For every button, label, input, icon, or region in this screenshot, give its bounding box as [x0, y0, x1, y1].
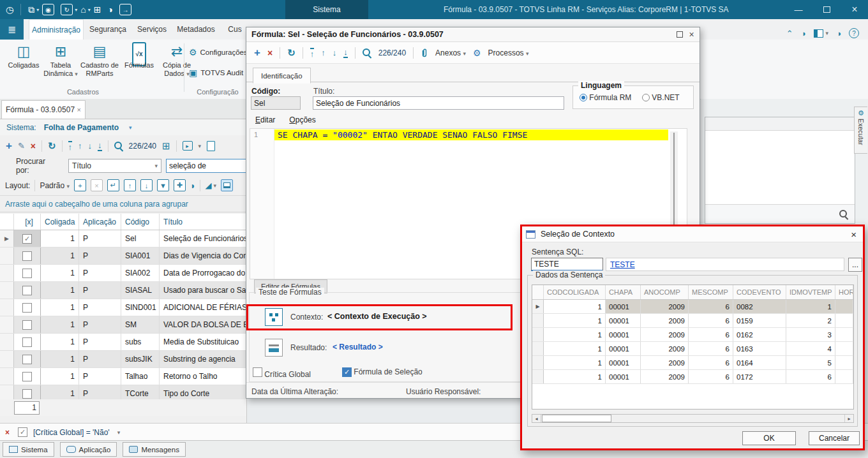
row-checkbox[interactable] — [22, 286, 32, 295]
chevron-down-icon[interactable]: ▾ — [88, 7, 91, 13]
go-previous-button[interactable]: ↑ — [321, 48, 326, 57]
row-checkbox-cell[interactable] — [14, 351, 41, 367]
row-checkbox[interactable] — [22, 389, 32, 399]
column-chooser-icon[interactable]: ⊞ — [162, 141, 170, 151]
row-checkbox-cell[interactable] — [14, 368, 41, 385]
home-icon[interactable]: ⌂ — [80, 5, 86, 14]
chevron-down-icon[interactable]: ▾ — [75, 7, 77, 13]
checkbox-critica-global[interactable]: Crítica Global — [253, 367, 311, 379]
table-row[interactable]: 1000012009601634 — [532, 342, 853, 356]
formula-window-titlebar[interactable]: Fórmula: Sel - Seleção de Funcionários -… — [246, 27, 700, 42]
ribbon-button-configuracoes[interactable]: ⚙ Configurações — [189, 47, 248, 57]
layout-panel-icon[interactable] — [814, 29, 823, 38]
close-dialog-button[interactable]: × — [851, 229, 857, 240]
header-checkbox[interactable]: [x] — [14, 214, 41, 230]
add-button[interactable]: + — [6, 140, 12, 151]
row-checkbox[interactable] — [22, 320, 32, 330]
ribbon-button-tabela-dinamica[interactable]: ⊞ Tabela Dinâmica ▾ — [42, 42, 79, 77]
tab-identificacao[interactable]: Identificação — [253, 68, 311, 84]
go-first-button[interactable]: ↑ — [68, 141, 73, 151]
group-by-bar[interactable]: Arraste aqui o cabeçalho de uma coluna p… — [0, 195, 246, 212]
chevron-down-icon[interactable]: ▾ — [117, 429, 121, 436]
status-tab-mensagens[interactable]: Mensagens — [123, 442, 185, 457]
menu-opcoes[interactable]: Opções — [289, 115, 315, 124]
chevron-down-icon[interactable]: ▾ — [129, 124, 132, 131]
go-next-button[interactable]: ↓ — [88, 142, 93, 150]
header-titulo[interactable]: Título — [160, 214, 246, 230]
page-number-box[interactable]: 1 — [14, 401, 40, 415]
row-checkbox-cell[interactable] — [14, 265, 41, 281]
search-icon[interactable] — [114, 142, 123, 151]
fill-icon[interactable]: ◗ — [190, 181, 195, 191]
table-row[interactable]: ▶✓1PSelSeleção de Funcionários — [0, 230, 246, 247]
row-checkbox[interactable] — [22, 269, 32, 278]
ribbon-tab-customizacao[interactable]: Cus — [222, 19, 248, 40]
header-codigo[interactable]: Código — [121, 214, 160, 230]
sentenca-link[interactable]: TESTE — [610, 260, 635, 269]
topbar-tab-sistema[interactable]: Sistema — [285, 0, 368, 19]
scrollbar-thumb[interactable] — [542, 415, 611, 422]
chevron-down-icon[interactable]: ▾ — [36, 7, 39, 13]
processos-button[interactable]: Processos ▾ — [488, 48, 529, 57]
header-aplicacao[interactable]: Aplicação — [79, 214, 121, 230]
row-checkbox[interactable] — [22, 303, 32, 313]
ribbon-tab-metadados[interactable]: Metadados — [175, 19, 217, 40]
totvs-circle-icon[interactable]: ◑ — [801, 29, 806, 38]
table-row[interactable]: 1000012009601623 — [532, 328, 853, 342]
resultado-link[interactable]: < Resultado > — [333, 343, 383, 351]
chevron-down-icon[interactable]: ▾ — [213, 182, 216, 189]
row-checkbox-cell[interactable] — [14, 247, 41, 264]
row-checkbox[interactable] — [22, 337, 32, 347]
scroll-left-icon[interactable]: ◂ — [532, 415, 541, 422]
ribbon-button-coligadas[interactable]: ◫ Coligadas — [5, 42, 42, 70]
filter-checkbox[interactable]: ✓ — [18, 427, 27, 437]
restore-button[interactable] — [818, 0, 835, 19]
table-row[interactable]: 1000012009601726 — [532, 370, 853, 384]
table-row[interactable]: 1PsubsMedia de Substituicao — [0, 334, 246, 351]
contexto-icon-button[interactable] — [265, 308, 283, 326]
delete-button[interactable]: × — [267, 48, 273, 57]
radio-formula-rm[interactable]: Fórmula RM — [580, 93, 631, 102]
document-tab-formula[interactable]: Fórmula - 03.9.0507 × — [1, 100, 86, 119]
search-input[interactable] — [166, 159, 246, 173]
executar-dock-tab[interactable]: ⚙ Executar — [854, 107, 867, 154]
layout-select[interactable]: Padrão ▾ — [40, 181, 70, 190]
go-previous-button[interactable]: ↑ — [78, 142, 82, 150]
code-line-highlighted[interactable]: SE CHAPA = "00002" ENTAO VERDADE SENAO F… — [274, 129, 668, 140]
layout-export-icon[interactable]: ↓ — [140, 179, 153, 191]
resultado-icon-button[interactable] — [265, 339, 283, 357]
table-row[interactable]: 1000012009601592 — [532, 314, 853, 328]
header-chapa[interactable]: CHAPA — [606, 285, 641, 299]
close-tab-icon[interactable]: × — [77, 106, 81, 114]
ribbon-tab-servicos[interactable]: Serviços — [134, 19, 170, 40]
go-last-button[interactable]: ↓ — [343, 48, 348, 58]
collapse-ribbon-icon[interactable]: ⌃ — [786, 29, 793, 38]
header-coligada[interactable]: Coligada — [41, 214, 79, 230]
table-row[interactable]: 1PSIND001ADICIONAL DE FÉRIAS C — [0, 299, 246, 316]
table-row[interactable]: 1PsubsJIKSubstring de agencia — [0, 351, 246, 368]
refresh-window-icon[interactable]: ↻ — [61, 4, 73, 15]
go-first-button[interactable]: ↑ — [310, 48, 315, 58]
table-row[interactable]: 1PSIA002Data de Prorrogacao do C — [0, 265, 246, 282]
table-row[interactable]: 1PSIASALUsado para buscar o Sala — [0, 282, 246, 299]
header-mescomp[interactable]: MESCOMP — [689, 285, 733, 299]
help-icon[interactable]: ? — [849, 28, 859, 38]
scroll-right-icon[interactable]: ▸ — [844, 415, 853, 422]
row-checkbox[interactable] — [22, 251, 32, 261]
row-checkbox[interactable]: ✓ — [22, 234, 32, 244]
anexos-button[interactable]: Anexos ▾ — [435, 48, 466, 57]
horizontal-scrollbar[interactable]: ◂ ▸ — [532, 414, 854, 423]
ribbon-tab-administracao[interactable]: Administração — [29, 19, 84, 40]
delete-button[interactable]: × — [31, 142, 36, 151]
header-codevento[interactable]: CODEVENTO — [733, 285, 786, 299]
status-tab-aplicacao[interactable]: Aplicação — [60, 442, 117, 457]
row-checkbox-cell[interactable] — [14, 316, 41, 333]
row-checkbox-cell[interactable] — [14, 282, 41, 299]
refresh-button[interactable]: ↻ — [48, 141, 56, 151]
search-icon[interactable] — [839, 210, 848, 219]
chevron-down-icon[interactable]: ▾ — [198, 143, 202, 149]
browse-button[interactable]: ... — [848, 258, 862, 272]
report-icon[interactable] — [207, 141, 215, 151]
contexto-link[interactable]: < Contexto de Execução > — [327, 312, 427, 321]
table-row[interactable]: 1PTalhaoRetorno o Talho — [0, 368, 246, 385]
